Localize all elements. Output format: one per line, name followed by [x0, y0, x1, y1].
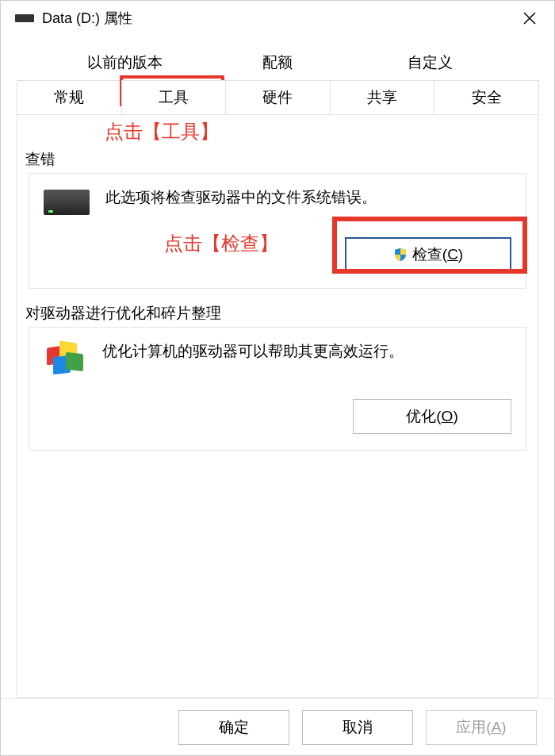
tabs-container: 以前的版本 配额 自定义 常规 工具 硬件 共享 安全 — [17, 45, 538, 115]
tab-sharing[interactable]: 共享 — [330, 80, 435, 115]
close-button[interactable] — [511, 1, 548, 36]
optimize-button-label: 优化(O) — [406, 406, 457, 427]
error-check-group: 此选项将检查驱动器中的文件系统错误。 检查(C) 点击【检查】 — [29, 173, 526, 289]
optimize-group: 优化计算机的驱动器可以帮助其更高效运行。 优化(O) — [29, 327, 526, 451]
drive-icon — [44, 190, 90, 215]
tab-tools[interactable]: 工具 — [121, 80, 227, 115]
apply-button-label: 应用(A) — [456, 717, 506, 738]
tab-customize[interactable]: 自定义 — [354, 45, 507, 80]
cancel-button[interactable]: 取消 — [302, 710, 413, 745]
check-button[interactable]: 检查(C) — [345, 237, 511, 272]
annotation-click-tools: 点击【工具】 — [105, 119, 219, 144]
tab-general[interactable]: 常规 — [17, 80, 122, 115]
content-area: 以前的版本 配额 自定义 常规 工具 硬件 共享 安全 点击【工具】 查错 此选… — [1, 36, 554, 698]
optimize-group-label: 对驱动器进行优化和碎片整理 — [25, 303, 530, 324]
titlebar: Data (D:) 属性 — [1, 1, 554, 36]
apply-button[interactable]: 应用(A) — [426, 710, 537, 745]
tab-hardware[interactable]: 硬件 — [225, 80, 331, 115]
tab-quota[interactable]: 配额 — [201, 45, 354, 80]
close-icon — [523, 12, 536, 25]
tools-tab-panel: 点击【工具】 查错 此选项将检查驱动器中的文件系统错误。 检查(C) 点击【检查… — [17, 114, 538, 698]
uac-shield-icon — [393, 248, 408, 262]
ok-button[interactable]: 确定 — [178, 710, 289, 745]
drive-icon — [15, 14, 34, 22]
tab-previous-versions[interactable]: 以前的版本 — [48, 45, 201, 80]
optimize-description: 优化计算机的驱动器可以帮助其更高效运行。 — [102, 340, 404, 363]
defrag-icon — [47, 342, 86, 377]
error-check-group-label: 查错 — [25, 149, 530, 170]
error-check-description: 此选项将检查驱动器中的文件系统错误。 — [105, 186, 377, 209]
dialog-footer: 确定 取消 应用(A) — [1, 698, 554, 755]
window-title: Data (D:) 属性 — [42, 9, 511, 28]
optimize-button[interactable]: 优化(O) — [353, 399, 511, 434]
check-button-label: 检查(C) — [412, 244, 463, 265]
tabs-row-2: 常规 工具 硬件 共享 安全 — [17, 80, 538, 115]
properties-dialog: Data (D:) 属性 以前的版本 配额 自定义 常规 工具 硬件 共享 安全… — [0, 0, 555, 756]
tab-security[interactable]: 安全 — [434, 80, 539, 115]
tabs-row-1: 以前的版本 配额 自定义 — [17, 45, 538, 80]
